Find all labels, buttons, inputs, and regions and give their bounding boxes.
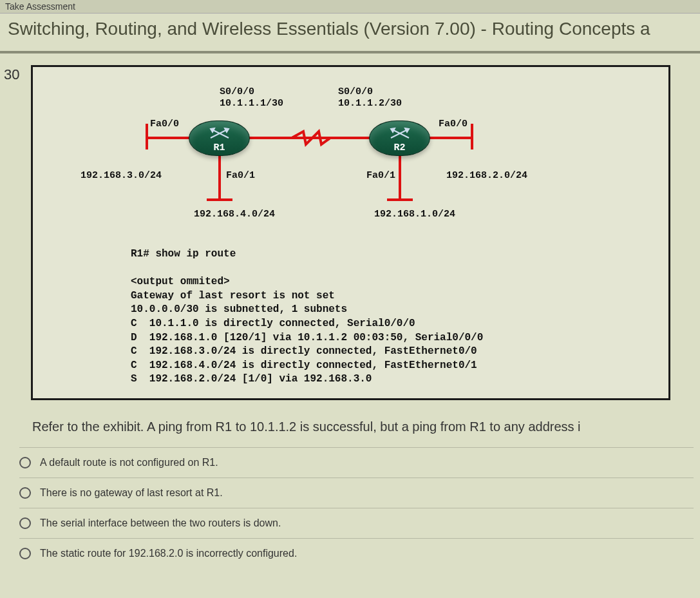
option-label: There is no gateway of last resort at R1… xyxy=(40,487,223,499)
question-number: 30 xyxy=(4,65,31,400)
r1-fa01-tick xyxy=(207,198,232,201)
question-block: 30 R1 xyxy=(0,53,700,400)
serial-bolt-icon xyxy=(292,129,330,147)
r1-fa00-link xyxy=(147,137,192,139)
cli-line: <output ommited> xyxy=(131,276,230,287)
label-net-r1-down: 192.168.4.0/24 xyxy=(194,209,275,220)
cli-line: R1# show ip route xyxy=(131,248,236,260)
network-diagram: R1 R2 S0/0/0 10.1.1 xyxy=(47,79,654,240)
breadcrumb: Take Assessment xyxy=(0,0,700,14)
cli-line: D 192.168.1.0 [120/1] via 10.1.1.2 00:03… xyxy=(131,332,483,343)
question-stem: Refer to the exhibit. A ping from R1 to … xyxy=(0,400,700,441)
cli-line: C 192.168.3.0/24 is directly connected, … xyxy=(131,345,477,357)
radio-icon xyxy=(19,548,31,559)
radio-icon xyxy=(19,517,31,529)
cli-line: S 192.168.2.0/24 [1/0] via 192.168.3.0 xyxy=(131,373,372,385)
svg-marker-5 xyxy=(405,128,409,132)
cli-line: C 192.168.4.0/24 is directly connected, … xyxy=(131,360,477,371)
svg-marker-3 xyxy=(211,128,214,132)
option-label: A default route is not configured on R1. xyxy=(40,457,218,468)
option-label: The static route for 192.168.2.0 is inco… xyxy=(40,548,297,559)
cli-line: 10.0.0.0/30 is subnetted, 1 subnets xyxy=(131,304,347,315)
r1-fa00-tick xyxy=(146,124,148,150)
label-net-r2-down: 192.168.1.0/24 xyxy=(374,209,455,220)
label-r2-fa01: Fa0/1 xyxy=(366,170,395,181)
label-r2-fa00: Fa0/0 xyxy=(439,119,468,130)
r2-fa01-link xyxy=(399,155,401,200)
page-title: Switching, Routing, and Wireless Essenti… xyxy=(0,14,700,53)
cli-line: C 10.1.1.0 is directly connected, Serial… xyxy=(131,318,415,329)
radio-icon xyxy=(19,457,31,468)
label-r1-s0: S0/0/0 xyxy=(220,86,254,97)
label-r1-fa00: Fa0/0 xyxy=(150,119,179,130)
option-d[interactable]: The static route for 192.168.2.0 is inco… xyxy=(19,538,694,568)
label-r2-s0: S0/0/0 xyxy=(338,86,373,97)
label-r2-s0-ip: 10.1.1.2/30 xyxy=(338,98,402,109)
router-arrows-icon xyxy=(387,125,413,142)
r2-fa00-link xyxy=(427,137,472,139)
answer-options: A default route is not configured on R1.… xyxy=(0,441,700,568)
option-b[interactable]: There is no gateway of last resort at R1… xyxy=(19,477,694,508)
router-r1: R1 xyxy=(189,121,250,156)
r1-fa01-link xyxy=(218,155,221,200)
label-net-left: 192.168.3.0/24 xyxy=(80,170,162,181)
svg-marker-1 xyxy=(225,128,229,132)
r2-fa00-tick xyxy=(471,124,473,150)
router-arrows-icon xyxy=(207,125,232,142)
router-r1-label: R1 xyxy=(213,142,225,153)
cli-output: R1# show ip route <output ommited> Gatew… xyxy=(131,247,654,387)
label-r1-fa01: Fa0/1 xyxy=(226,170,255,181)
router-r2: R2 xyxy=(369,121,430,156)
option-c[interactable]: The serial interface between the two rou… xyxy=(19,508,694,538)
svg-marker-7 xyxy=(391,128,395,132)
option-label: The serial interface between the two rou… xyxy=(40,517,281,529)
radio-icon xyxy=(19,487,31,499)
router-r2-label: R2 xyxy=(393,142,405,153)
label-r1-s0-ip: 10.1.1.1/30 xyxy=(220,98,283,109)
cli-line: Gateway of last resort is not set xyxy=(131,290,335,302)
label-net-right: 192.168.2.0/24 xyxy=(446,170,527,181)
r2-fa01-tick xyxy=(387,198,413,201)
option-a[interactable]: A default route is not configured on R1. xyxy=(19,447,694,477)
exhibit-box: R1 R2 S0/0/0 10.1.1 xyxy=(31,65,670,400)
